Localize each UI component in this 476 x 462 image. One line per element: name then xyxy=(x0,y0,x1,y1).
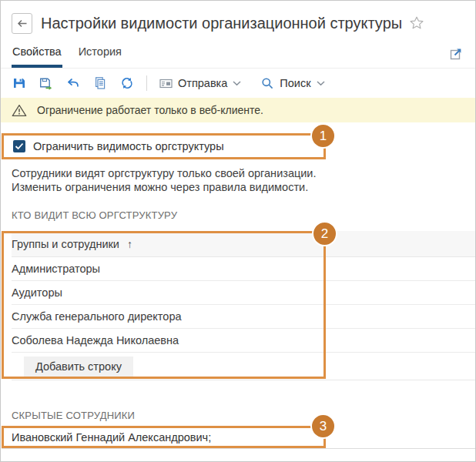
undo-icon xyxy=(65,77,80,89)
save-button[interactable] xyxy=(8,73,29,94)
restrict-visibility-checkbox[interactable] xyxy=(13,140,25,152)
open-in-window-icon[interactable] xyxy=(448,45,464,62)
sort-ascending-icon: ↑ xyxy=(127,238,132,250)
table-header-label: Группы и сотрудники xyxy=(12,238,119,250)
checkmark-icon xyxy=(15,142,24,150)
send-label: Отправка xyxy=(178,77,227,89)
tab-properties[interactable]: Свойства xyxy=(12,45,62,68)
search-icon xyxy=(261,77,274,90)
page-title: Настройки видимости организационной стру… xyxy=(41,15,402,32)
table-header-groups[interactable]: Группы и сотрудники ↑ xyxy=(12,231,475,257)
section-title-hidden: СКРЫТЫЕ СОТРУДНИКИ xyxy=(12,410,464,421)
refresh-icon xyxy=(120,76,134,90)
groups-table: Группы и сотрудники ↑ Администраторы Ауд… xyxy=(12,231,475,380)
refresh-button[interactable] xyxy=(116,73,137,94)
copy-button[interactable] xyxy=(89,73,110,94)
warning-text: Ограничение работает только в веб-клиент… xyxy=(37,104,263,116)
hidden-employees-field: 3 xyxy=(2,426,475,449)
table-row[interactable]: Соболева Надежда Николаевна xyxy=(12,329,475,353)
app-window: Настройки видимости организационной стру… xyxy=(0,0,476,462)
restrict-visibility-row: Ограничить видимость оргструктуры 1 xyxy=(12,133,464,159)
section-title-who-sees: КТО ВИДИТ ВСЮ ОРГСТРУКТУРУ xyxy=(12,209,464,221)
restrict-visibility-label: Ограничить видимость оргструктуры xyxy=(33,140,224,152)
content-area: Ограничить видимость оргструктуры 1 Сотр… xyxy=(1,133,475,449)
description-line-2: Изменить ограничения можно через правила… xyxy=(12,180,464,194)
back-button[interactable] xyxy=(12,13,32,34)
warning-triangle-icon xyxy=(12,104,27,117)
table-row[interactable]: Аудиторы xyxy=(12,281,475,305)
toolbar: Отправка Поиск xyxy=(1,69,475,98)
restriction-description: Сотрудники видят оргструктуру только сво… xyxy=(12,166,464,194)
toolbar-separator xyxy=(146,75,147,91)
save-and-add-button[interactable] xyxy=(35,73,56,94)
table-row[interactable]: Администраторы xyxy=(12,257,475,281)
table-add-row-area: Добавить строку xyxy=(12,353,475,380)
warning-banner: Ограничение работает только в веб-клиент… xyxy=(1,98,475,122)
tab-history[interactable]: История xyxy=(78,45,122,68)
add-row-button[interactable]: Добавить строку xyxy=(24,357,133,377)
send-form-icon xyxy=(159,79,173,89)
annotation-badge-1: 1 xyxy=(310,123,336,149)
description-line-1: Сотрудники видят оргструктуру только сво… xyxy=(12,166,464,180)
hidden-employees-input[interactable] xyxy=(2,426,475,448)
send-dropdown-button[interactable]: Отправка xyxy=(155,74,246,92)
chevron-down-icon xyxy=(317,81,325,86)
favorite-star-icon[interactable] xyxy=(409,15,424,31)
table-row[interactable]: Служба генерального директора xyxy=(12,305,475,329)
undo-button[interactable] xyxy=(62,73,83,94)
search-label: Поиск xyxy=(280,77,310,89)
search-dropdown-button[interactable]: Поиск xyxy=(256,74,329,93)
titlebar: Настройки видимости организационной стру… xyxy=(1,1,475,36)
copy-icon xyxy=(93,76,107,90)
save-and-add-icon xyxy=(39,76,53,91)
tabs-bar: Свойства История xyxy=(1,36,475,69)
back-arrow-icon xyxy=(17,19,28,28)
save-icon xyxy=(12,76,26,90)
chevron-down-icon xyxy=(233,81,241,86)
